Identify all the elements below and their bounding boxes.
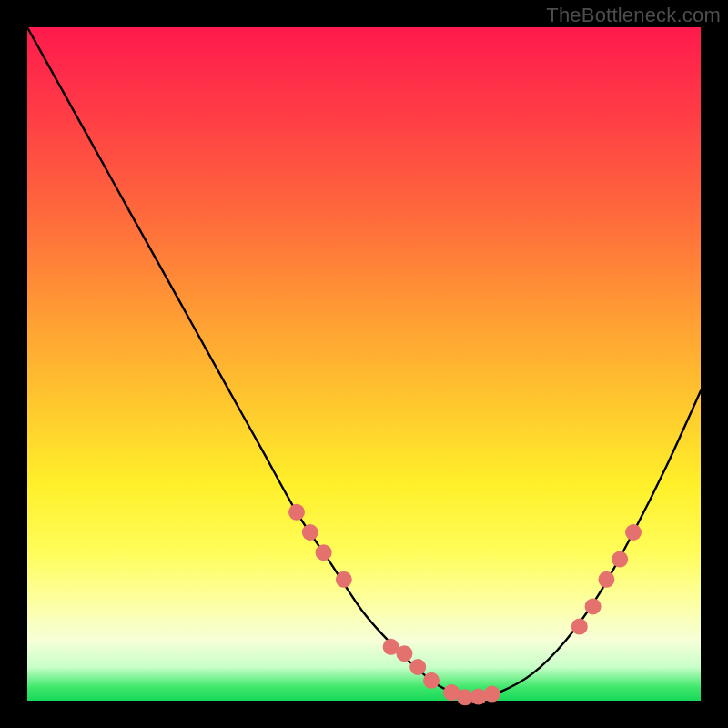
- curve-marker: [484, 686, 500, 703]
- curve-marker: [336, 571, 352, 588]
- curve-marker: [598, 571, 614, 588]
- bottleneck-curve-line: [27, 27, 701, 698]
- curve-marker: [612, 551, 628, 568]
- curve-marker: [288, 504, 305, 521]
- curve-markers: [288, 504, 642, 706]
- plot-area: [27, 27, 701, 701]
- curve-marker: [423, 672, 440, 689]
- curve-marker: [571, 619, 588, 635]
- curve-marker: [585, 598, 602, 614]
- watermark-label: TheBottleneck.com: [546, 4, 721, 27]
- chart-stage: TheBottleneck.com: [0, 0, 728, 728]
- curve-marker: [470, 689, 487, 705]
- curve-marker: [302, 524, 318, 541]
- curve-marker: [316, 544, 332, 561]
- curve-marker: [410, 659, 426, 675]
- curve-marker: [625, 524, 642, 541]
- curve-marker: [396, 645, 412, 662]
- bottleneck-curve-svg: [27, 27, 701, 701]
